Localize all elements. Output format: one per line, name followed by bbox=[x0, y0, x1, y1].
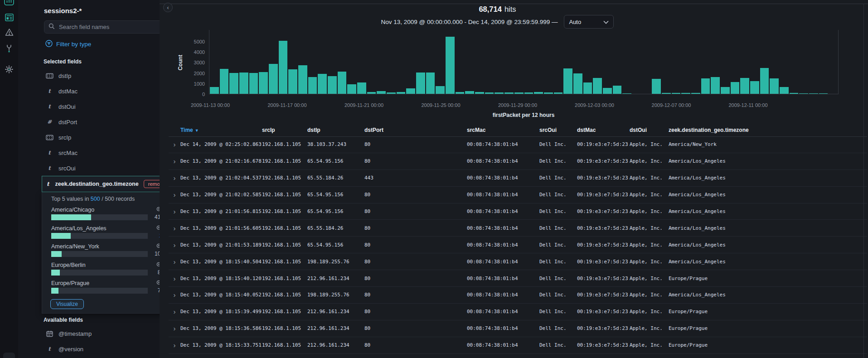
column-header-dstport[interactable]: dstPort bbox=[364, 127, 467, 133]
field-item-dstoui[interactable]: tdstOui bbox=[42, 99, 157, 114]
sessions-icon[interactable] bbox=[0, 12, 18, 23]
visualizations-icon[interactable] bbox=[0, 0, 18, 6]
column-header-dstip[interactable]: dstIp bbox=[307, 127, 364, 133]
expand-row-icon[interactable]: › bbox=[169, 174, 180, 181]
expand-row-icon[interactable]: › bbox=[169, 291, 180, 298]
histogram-bar[interactable] bbox=[681, 93, 690, 94]
histogram-bar[interactable] bbox=[269, 64, 278, 94]
histogram-bar[interactable] bbox=[770, 78, 779, 94]
histogram-bar[interactable] bbox=[809, 93, 818, 94]
collapse-sidebar-button[interactable]: ‹ bbox=[163, 3, 173, 12]
expand-row-icon[interactable]: › bbox=[169, 275, 180, 282]
visualize-button[interactable]: Visualize bbox=[50, 299, 84, 309]
histogram-bar[interactable] bbox=[220, 69, 229, 94]
histogram-bar[interactable] bbox=[338, 72, 347, 94]
histogram-bar[interactable] bbox=[210, 87, 219, 94]
histogram-bar[interactable] bbox=[504, 92, 514, 94]
column-header-dstmac[interactable]: dstMac bbox=[577, 127, 630, 133]
histogram-bar[interactable] bbox=[554, 92, 563, 94]
tools-wrench-icon[interactable] bbox=[0, 43, 18, 54]
histogram-bar[interactable] bbox=[760, 68, 769, 94]
column-header-srcip[interactable]: srcIp bbox=[262, 127, 307, 133]
histogram-bar[interactable] bbox=[465, 91, 474, 94]
expand-row-icon[interactable]: › bbox=[169, 208, 180, 215]
column-header-dstoui[interactable]: dstOui bbox=[630, 127, 669, 133]
histogram-bar[interactable] bbox=[721, 87, 730, 94]
histogram-bar[interactable] bbox=[524, 92, 533, 94]
histogram-bar[interactable] bbox=[583, 82, 592, 94]
histogram-bar[interactable] bbox=[318, 74, 327, 94]
histogram-bar[interactable] bbox=[377, 91, 386, 94]
expand-row-icon[interactable]: › bbox=[169, 225, 180, 232]
histogram-bar[interactable] bbox=[367, 92, 376, 94]
expand-row-icon[interactable]: › bbox=[169, 191, 180, 198]
histogram-bar[interactable] bbox=[740, 78, 749, 94]
histogram-bar[interactable] bbox=[416, 73, 425, 94]
expand-row-icon[interactable]: › bbox=[169, 308, 180, 315]
histogram-bar[interactable] bbox=[259, 72, 268, 94]
histogram-bar[interactable] bbox=[603, 88, 612, 94]
histogram-bar[interactable] bbox=[446, 37, 455, 94]
settings-gear-icon[interactable] bbox=[0, 64, 18, 75]
histogram-bar[interactable] bbox=[691, 93, 700, 94]
histogram-bar[interactable] bbox=[613, 86, 622, 94]
expand-row-icon[interactable]: › bbox=[169, 158, 180, 164]
histogram-bar[interactable] bbox=[475, 92, 484, 94]
field-item-dstport[interactable]: #dstPort bbox=[42, 114, 157, 130]
expand-row-icon[interactable]: › bbox=[169, 342, 180, 348]
expand-row-icon[interactable]: › bbox=[169, 325, 180, 332]
histogram-bar[interactable] bbox=[249, 73, 258, 94]
histogram-bar[interactable] bbox=[406, 88, 415, 94]
histogram-bar[interactable] bbox=[436, 86, 445, 94]
histogram-bar[interactable] bbox=[593, 78, 602, 94]
expand-row-icon[interactable]: › bbox=[169, 242, 180, 248]
field-item-srcip[interactable]: srcIp bbox=[42, 130, 157, 145]
histogram-bar[interactable] bbox=[426, 73, 435, 94]
column-header-srcoui[interactable]: srcOui bbox=[539, 127, 577, 133]
histogram-bar[interactable] bbox=[662, 93, 671, 94]
histogram-bar[interactable] bbox=[397, 92, 406, 94]
expand-row-icon[interactable]: › bbox=[169, 258, 180, 265]
expand-row-icon[interactable]: › bbox=[169, 141, 180, 148]
histogram-bar[interactable] bbox=[288, 69, 297, 94]
column-header-srcmac[interactable]: srcMac bbox=[467, 127, 539, 133]
histogram-bar[interactable] bbox=[387, 92, 396, 94]
alerts-icon[interactable] bbox=[0, 27, 18, 38]
histogram-bar[interactable] bbox=[790, 93, 799, 94]
histogram-bar[interactable] bbox=[563, 68, 572, 94]
histogram-bar[interactable] bbox=[652, 79, 661, 94]
interval-select[interactable]: Auto bbox=[564, 15, 614, 29]
histogram-bar[interactable] bbox=[347, 84, 356, 94]
histogram-bar[interactable] bbox=[495, 92, 504, 94]
histogram-bar[interactable] bbox=[672, 93, 681, 94]
histogram-bar[interactable] bbox=[534, 92, 543, 94]
histogram-bar[interactable] bbox=[750, 81, 759, 94]
histogram-bar[interactable] bbox=[799, 93, 808, 94]
histogram-bar[interactable] bbox=[711, 77, 720, 94]
histogram-bar[interactable] bbox=[328, 76, 337, 94]
filter-by-type-button[interactable]: Filter by type bbox=[45, 40, 91, 48]
histogram-bar[interactable] bbox=[780, 87, 789, 94]
scrollbar-track[interactable] bbox=[863, 4, 864, 358]
histogram-bar[interactable] bbox=[279, 41, 288, 94]
active-field-row[interactable]: t zeek.destination_geo.timezone remove bbox=[42, 176, 174, 192]
field-item-dstmac[interactable]: tdstMac bbox=[42, 83, 157, 99]
search-input[interactable] bbox=[58, 23, 170, 31]
histogram-bar[interactable] bbox=[622, 93, 631, 94]
histogram-bar[interactable] bbox=[456, 92, 465, 94]
field-item--timestamp[interactable]: @timestamp bbox=[42, 326, 157, 341]
nav-bottom-item[interactable] bbox=[3, 353, 15, 358]
histogram-bar[interactable] bbox=[819, 93, 828, 94]
field-item-srcoui[interactable]: tsrcOui bbox=[42, 160, 157, 176]
field-item-dstip[interactable]: dstIp bbox=[42, 68, 157, 83]
histogram-bar[interactable] bbox=[544, 92, 553, 94]
histogram-bar[interactable] bbox=[298, 65, 307, 94]
field-search[interactable] bbox=[44, 20, 175, 34]
histogram-bar[interactable] bbox=[357, 82, 366, 94]
histogram-bar[interactable] bbox=[239, 73, 248, 94]
histogram-bar[interactable] bbox=[308, 77, 317, 94]
histogram-bar[interactable] bbox=[485, 92, 494, 94]
column-header-zeek-destination-geo-timezone[interactable]: zeek.destination_geo.timezone bbox=[669, 127, 867, 133]
column-header-time[interactable]: Time▼ bbox=[180, 127, 262, 133]
histogram-bar[interactable] bbox=[701, 78, 710, 94]
